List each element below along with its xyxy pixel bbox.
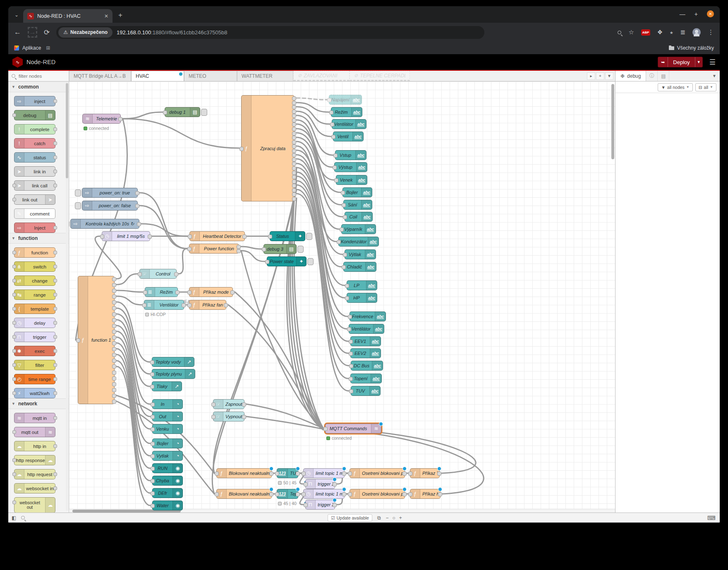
output-port[interactable] bbox=[112, 359, 116, 363]
input-port[interactable] bbox=[343, 253, 347, 257]
output-port[interactable] bbox=[292, 188, 296, 192]
browser-tab[interactable]: ∿ Node-RED : HVAC ✕ bbox=[23, 9, 113, 23]
output-port[interactable] bbox=[292, 127, 296, 131]
input-port[interactable] bbox=[268, 235, 272, 239]
input-port[interactable] bbox=[187, 247, 192, 251]
input-port[interactable] bbox=[327, 98, 331, 102]
vstup-node[interactable]: Vstupabc bbox=[335, 150, 366, 160]
out-node[interactable]: Out◔ bbox=[152, 412, 183, 422]
osetreni-blokovani-prvni-hodnoty-node[interactable]: ƒOsetreni blokovani prvni hodnoty bbox=[350, 489, 405, 499]
palette-node-range[interactable]: ↹range bbox=[14, 290, 55, 300]
input-port[interactable] bbox=[342, 203, 346, 207]
palette-search[interactable] bbox=[8, 71, 69, 81]
navigator-icon[interactable]: ⧉ bbox=[377, 515, 381, 521]
bojler-node[interactable]: Bojlerabc bbox=[342, 187, 372, 197]
output-port[interactable] bbox=[112, 330, 116, 334]
palette-node-inject[interactable]: ⇨Inject bbox=[14, 223, 55, 233]
wire[interactable] bbox=[140, 206, 187, 249]
palette-node-status[interactable]: ∿status bbox=[14, 152, 55, 163]
input-port[interactable] bbox=[334, 178, 338, 182]
output-port[interactable] bbox=[182, 303, 186, 307]
palette-node-http-request[interactable]: ☁http request bbox=[14, 469, 55, 479]
reload-icon[interactable]: ⟳ bbox=[44, 28, 50, 37]
p-kaz-fan-node[interactable]: ƒPříkaz fan bbox=[189, 300, 226, 310]
v-parn-k-node[interactable]: Výparníkabc bbox=[341, 224, 376, 234]
output-port[interactable] bbox=[402, 472, 407, 476]
v-stup-node[interactable]: Výstupabc bbox=[334, 162, 367, 172]
palette-node-trigger[interactable]: ⊓trigger bbox=[14, 332, 55, 342]
debug-clear-button[interactable]: ⊟ all▼ bbox=[695, 83, 716, 91]
input-port[interactable] bbox=[348, 472, 352, 476]
output-port[interactable] bbox=[237, 249, 241, 253]
keyboard-shortcuts-icon[interactable]: ⌨ bbox=[707, 515, 716, 521]
node-toggle-button[interactable] bbox=[307, 258, 314, 265]
output-port[interactable] bbox=[112, 371, 116, 375]
security-chip[interactable]: ⚠ Nezabezpečeno bbox=[58, 27, 113, 38]
output-port[interactable] bbox=[292, 197, 296, 201]
input-port[interactable] bbox=[349, 377, 353, 381]
output-port[interactable] bbox=[135, 204, 139, 208]
canvas-search-icon[interactable] bbox=[21, 516, 25, 520]
output-port[interactable] bbox=[292, 105, 296, 109]
trigger-20s-node[interactable]: ⊓trigger 20s bbox=[305, 500, 335, 510]
palette-node-link-call[interactable]: ➤link call bbox=[14, 180, 55, 191]
palette-node-mqtt-out[interactable]: mqtt out≋ bbox=[14, 427, 55, 437]
chladi-node[interactable]: Chladičabc bbox=[343, 262, 376, 272]
debug-filter-button[interactable]: ▼ all nodes▼ bbox=[658, 83, 692, 91]
teplo-node[interactable]: 123Teplo45 | 40 bbox=[277, 489, 298, 499]
input-port[interactable] bbox=[151, 454, 155, 458]
palette-node-link-out[interactable]: link out➤ bbox=[14, 194, 55, 205]
output-port[interactable] bbox=[112, 306, 116, 310]
output-port[interactable] bbox=[292, 132, 296, 136]
maximize-button[interactable]: + bbox=[694, 11, 698, 17]
mqtt-commands-node[interactable]: MQTT Commands≋connected bbox=[325, 424, 381, 433]
debug-1-node[interactable]: debug 1▤ bbox=[165, 107, 200, 117]
bojler-node[interactable]: Bojler◔ bbox=[152, 438, 183, 448]
add-flow-icon[interactable]: + bbox=[596, 72, 604, 80]
zoom-in-icon[interactable]: + bbox=[399, 515, 402, 521]
defr-node[interactable]: DEfr◉ bbox=[152, 488, 183, 498]
input-port[interactable] bbox=[330, 122, 334, 127]
input-port[interactable] bbox=[187, 303, 192, 307]
input-port[interactable] bbox=[211, 415, 216, 419]
power-on-true-node[interactable]: ⇨power_on: true bbox=[82, 188, 138, 198]
palette-node-delay[interactable]: ◷delay bbox=[14, 318, 55, 328]
re-im-node[interactable]: Režimabc bbox=[331, 107, 362, 117]
v-tlak-node[interactable]: Výtlakabc bbox=[345, 249, 376, 259]
water-node[interactable]: Water◉ bbox=[152, 501, 183, 510]
frekvence-node[interactable]: Frekvenceabc bbox=[350, 311, 386, 321]
flow-tab-hvac[interactable]: HVAC bbox=[131, 71, 184, 81]
bookmarks-apps-label[interactable]: Aplikace bbox=[22, 45, 41, 51]
tab-search-icon[interactable]: ⌄ bbox=[12, 10, 22, 20]
output-port[interactable] bbox=[112, 289, 116, 293]
output-port[interactable] bbox=[112, 283, 116, 287]
palette-scrollbar[interactable] bbox=[66, 82, 68, 511]
eev2-node[interactable]: EEV2abc bbox=[350, 348, 381, 358]
input-port[interactable] bbox=[302, 472, 306, 476]
sidebar-tab-info-icon[interactable]: ⓘ bbox=[646, 71, 658, 81]
vypnout-node[interactable]: ☞Vypnout bbox=[213, 412, 244, 422]
input-port[interactable] bbox=[151, 467, 155, 471]
input-port[interactable] bbox=[304, 503, 308, 507]
input-port[interactable] bbox=[150, 372, 154, 376]
palette-node-change[interactable]: ⇄change bbox=[14, 275, 55, 286]
input-port[interactable] bbox=[345, 296, 349, 300]
input-port[interactable] bbox=[345, 284, 349, 288]
all-bookmarks[interactable]: Všechny záložky bbox=[669, 45, 714, 51]
input-port[interactable] bbox=[342, 265, 346, 269]
teploty-vody-node[interactable]: Teploty vody↗ bbox=[152, 357, 194, 367]
input-port[interactable] bbox=[150, 360, 154, 364]
output-port[interactable] bbox=[112, 394, 116, 398]
lp-node[interactable]: LPabc bbox=[347, 280, 377, 290]
palette-section-function[interactable]: ▼function bbox=[8, 233, 69, 244]
palette-node-comment[interactable]: ✎comment bbox=[14, 208, 55, 219]
input-port[interactable] bbox=[337, 240, 341, 244]
vytlak-node[interactable]: Vytlak◔ bbox=[152, 451, 183, 461]
output-port[interactable] bbox=[402, 492, 407, 496]
limit-1-msg-5s-node[interactable]: ◷limit 1 msg/5s bbox=[102, 231, 150, 241]
input-port[interactable] bbox=[142, 303, 146, 307]
input-port[interactable] bbox=[349, 364, 353, 368]
output-port[interactable] bbox=[269, 492, 273, 496]
ventil-tor-node[interactable]: Ventilátorabc bbox=[332, 119, 366, 129]
in-node[interactable]: In◔ bbox=[152, 399, 183, 409]
